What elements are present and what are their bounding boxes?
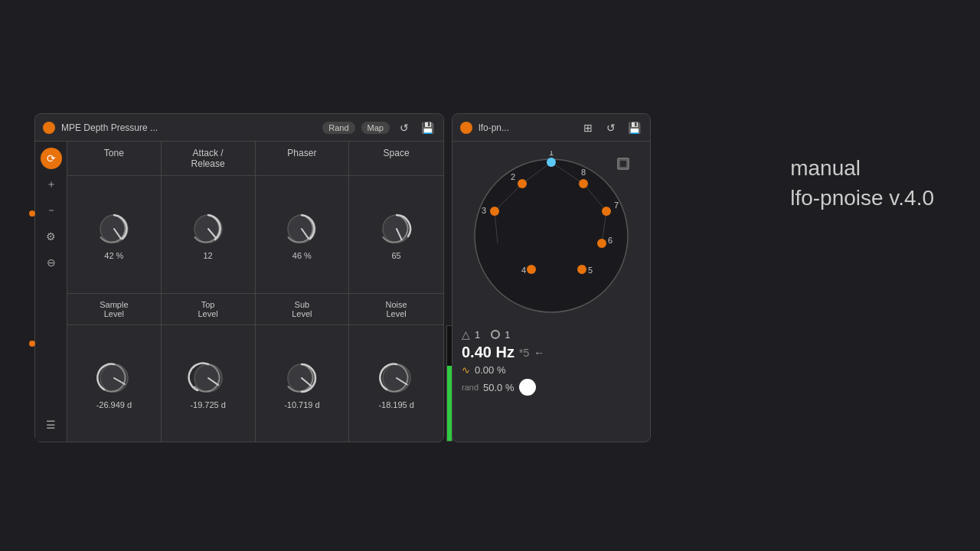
sidebar-remove-icon[interactable]: ⊖ — [41, 252, 62, 273]
row-label-sample: SampleLevel — [67, 294, 162, 324]
sidebar-add-icon[interactable]: ＋ — [41, 174, 62, 195]
knob-cell-attack[interactable]: 12 — [162, 176, 256, 293]
triangle-value: 1 — [475, 329, 480, 341]
save-icon-left[interactable]: 💾 — [419, 119, 436, 136]
circle-display-container: 1 8 7 2 6 3 5 4 — [466, 151, 636, 321]
svg-point-26 — [579, 179, 588, 188]
svg-point-31 — [577, 265, 586, 274]
info-line2: lfo-pnoise v.4.0 — [790, 183, 934, 213]
refresh-icon-left[interactable]: ↺ — [396, 119, 413, 136]
rand-value[interactable]: 50.0 % — [483, 382, 514, 393]
svg-point-29 — [597, 239, 606, 248]
sidebar-dot-top — [29, 210, 35, 217]
knob-noise[interactable] — [376, 357, 417, 399]
svg-text:8: 8 — [581, 168, 586, 177]
column-headers: Tone Attack /Release Phaser Space — [67, 142, 443, 176]
sidebar-list-icon[interactable]: ☰ — [41, 414, 62, 435]
left-plugin-window: MPE Depth Pressure ... Rand Map ↺ 💾 ⟳ ＋ … — [34, 113, 444, 442]
row-labels: SampleLevel TopLevel SubLevel NoiseLevel — [67, 294, 443, 325]
svg-point-16 — [475, 159, 628, 312]
bottom-controls: △ 1 1 0.40 Hz *5 ← ∿ 0.00 % rand 50.0 % — [459, 324, 644, 403]
knob-cell-space[interactable]: 65 — [349, 176, 443, 293]
arrow-left-btn[interactable]: ← — [534, 347, 544, 359]
svg-text:5: 5 — [588, 266, 593, 275]
rand-row: rand 50.0 % — [462, 379, 641, 396]
col-header-space: Space — [349, 142, 443, 175]
col-header-phaser: Phaser — [256, 142, 350, 175]
svg-point-28 — [518, 179, 527, 188]
knob-tone-value: 42 % — [104, 251, 123, 260]
circle-indicator — [491, 330, 500, 339]
knob-cell-phaser[interactable]: 46 % — [256, 176, 350, 293]
refresh-icon-right[interactable]: ↺ — [603, 119, 619, 136]
knob-row-2: -26.949 d -19.725 d — [67, 325, 443, 442]
svg-rect-18 — [619, 160, 627, 168]
svg-text:1: 1 — [549, 151, 554, 157]
row-label-noise: NoiseLevel — [349, 294, 443, 324]
svg-point-27 — [602, 207, 611, 216]
svg-text:7: 7 — [614, 201, 619, 210]
sidebar-settings-icon[interactable]: ⚙ — [41, 226, 62, 247]
knob-sub[interactable] — [281, 357, 322, 399]
multiplier-display[interactable]: *5 — [519, 347, 529, 359]
right-plugin-power-dot[interactable] — [460, 122, 472, 134]
right-plugin-title: lfo-pn... — [479, 122, 573, 133]
knob-space-value: 65 — [392, 251, 401, 260]
svg-text:2: 2 — [511, 172, 515, 181]
sidebar-power-icon[interactable]: ⟳ — [41, 148, 62, 169]
col-header-tone: Tone — [67, 142, 162, 175]
shape-indicator-row: △ 1 1 — [462, 328, 641, 341]
knob-row-1: 42 % 12 — [67, 176, 443, 294]
knob-cell-sample[interactable]: -26.949 d — [67, 325, 162, 442]
svg-text:4: 4 — [521, 266, 526, 275]
knob-phaser-value: 46 % — [292, 251, 312, 260]
wave-icon: ∿ — [462, 364, 470, 376]
svg-text:6: 6 — [608, 236, 612, 245]
circle-display[interactable]: 1 8 7 2 6 3 5 4 — [466, 151, 636, 321]
triangle-icon: △ — [462, 328, 470, 341]
knob-cell-noise[interactable]: -18.195 d — [349, 325, 443, 442]
knob-sample-value: -26.949 d — [96, 400, 132, 409]
svg-text:3: 3 — [482, 206, 486, 215]
left-sidebar: ⟳ ＋ － ⚙ ⊖ ☰ — [35, 142, 67, 442]
knob-sub-value: -10.719 d — [284, 400, 319, 409]
frequency-row: 0.40 Hz *5 ← — [462, 344, 641, 361]
left-main-grid: Tone Attack /Release Phaser Space 42 % — [67, 142, 443, 442]
knob-attack[interactable] — [188, 208, 229, 249]
right-plugin-window: lfo-pn... ⊞ ↺ 💾 — [452, 113, 651, 442]
rand-white-dot[interactable] — [519, 379, 536, 396]
row-label-top: TopLevel — [162, 294, 256, 324]
col-header-attack-release: Attack /Release — [162, 142, 256, 175]
svg-point-25 — [547, 158, 556, 167]
frequency-display[interactable]: 0.40 Hz — [462, 344, 514, 361]
rand-label: rand — [462, 383, 479, 392]
knob-sample[interactable] — [93, 357, 135, 399]
map-button[interactable]: Map — [361, 122, 390, 134]
left-plugin-power-dot[interactable] — [43, 122, 55, 134]
sidebar-dot-bottom — [29, 341, 35, 347]
left-plugin-title: MPE Depth Pressure ... — [61, 122, 316, 133]
rand-button[interactable]: Rand — [322, 122, 354, 134]
knob-top[interactable] — [188, 357, 229, 399]
knob-top-value: -19.725 d — [190, 400, 225, 409]
expand-icon-right[interactable]: ⊞ — [580, 119, 596, 136]
svg-point-32 — [527, 265, 536, 274]
knob-cell-top[interactable]: -19.725 d — [162, 325, 256, 442]
save-icon-right[interactable]: 💾 — [626, 119, 642, 136]
sidebar-minus-icon[interactable]: － — [41, 200, 62, 221]
knob-cell-tone[interactable]: 42 % — [67, 176, 162, 293]
svg-point-30 — [490, 207, 499, 216]
knob-attack-value: 12 — [204, 251, 213, 260]
knob-noise-value: -18.195 d — [378, 400, 413, 409]
knob-cell-sub[interactable]: -10.719 d — [256, 325, 350, 442]
info-text: manual lfo-pnoise v.4.0 — [790, 153, 934, 213]
left-plugin-body: ⟳ ＋ － ⚙ ⊖ ☰ Tone Attack /Release Phaser … — [35, 142, 443, 442]
left-plugin-titlebar: MPE Depth Pressure ... Rand Map ↺ 💾 — [35, 114, 443, 142]
knob-space[interactable] — [376, 208, 417, 249]
right-plugin-body: 1 8 7 2 6 3 5 4 △ 1 1 0.40 Hz *5 — [452, 142, 650, 442]
wave-value[interactable]: 0.00 % — [475, 364, 505, 376]
knob-phaser[interactable] — [281, 208, 322, 249]
knob-tone[interactable] — [93, 208, 135, 249]
circle-value: 1 — [505, 329, 510, 341]
right-plugin-titlebar: lfo-pn... ⊞ ↺ 💾 — [452, 114, 650, 142]
